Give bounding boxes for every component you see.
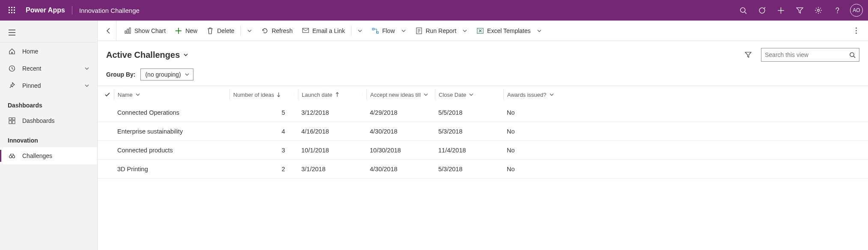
- svg-rect-7: [11, 12, 12, 13]
- cmd-new-label: New: [185, 27, 197, 34]
- chevron-down-icon: [462, 28, 467, 33]
- cmd-delete-dropdown[interactable]: [243, 21, 256, 41]
- cmd-flow-label: Flow: [382, 27, 395, 34]
- column-header-launch[interactable]: Launch date: [298, 89, 366, 100]
- column-header-close[interactable]: Close Date: [435, 89, 503, 100]
- svg-rect-2: [14, 7, 15, 8]
- cmd-email-link[interactable]: Email a Link: [298, 21, 349, 41]
- table-row[interactable]: Connected Operations53/12/20184/29/20185…: [98, 103, 868, 122]
- cell-awards: No: [503, 166, 572, 173]
- view-title-label: Active Challenges: [106, 50, 180, 60]
- chevron-down-icon: [247, 28, 252, 33]
- chevron-down-icon: [289, 92, 294, 97]
- column-header-accept[interactable]: Accept new ideas till: [366, 89, 435, 100]
- svg-line-43: [853, 56, 855, 58]
- search-icon: [740, 7, 747, 14]
- cmd-delete-label: Delete: [217, 27, 234, 34]
- flow-icon: [372, 27, 379, 34]
- binoculars-icon: [9, 152, 15, 159]
- cell-awards: No: [503, 128, 572, 135]
- settings-button[interactable]: [810, 0, 827, 21]
- nav-recent[interactable]: Recent: [0, 60, 97, 77]
- svg-rect-29: [127, 29, 128, 33]
- product-name[interactable]: Power Apps: [21, 6, 70, 14]
- cmd-email-dropdown[interactable]: [353, 21, 367, 41]
- table-row[interactable]: Enterprise sustainability44/16/20184/30/…: [98, 122, 868, 141]
- nav-challenges[interactable]: Challenges: [0, 147, 97, 164]
- column-header-name[interactable]: Name: [114, 89, 229, 100]
- separator: [351, 26, 351, 36]
- chevron-down-icon: [83, 66, 90, 71]
- svg-rect-8: [14, 12, 15, 13]
- cell-accept: 10/30/2018: [366, 147, 435, 154]
- app-launcher-button[interactable]: [3, 7, 21, 14]
- user-avatar[interactable]: AO: [850, 4, 863, 17]
- cell-launch: 3/12/2018: [298, 109, 366, 116]
- app-name[interactable]: Innovation Challenge: [74, 7, 145, 14]
- cmd-show-chart[interactable]: Show Chart: [120, 21, 170, 41]
- command-bar: Show Chart New Delete Refresh Email a Li…: [98, 21, 868, 41]
- svg-rect-4: [11, 9, 12, 11]
- view-selector[interactable]: Active Challenges: [106, 50, 188, 60]
- cmd-overflow-button[interactable]: [847, 27, 865, 34]
- target-icon: [758, 7, 766, 14]
- data-grid: Name Number of ideas Launch date Accept …: [98, 86, 868, 179]
- chevron-down-icon: [357, 28, 363, 33]
- nav-toggle-button[interactable]: [0, 22, 97, 43]
- waffle-icon: [9, 7, 15, 14]
- groupby-label: Group By:: [106, 71, 135, 78]
- dashboard-icon: [9, 117, 15, 124]
- search-view-input[interactable]: [765, 51, 846, 58]
- search-view-box[interactable]: [761, 48, 859, 62]
- cmd-refresh-label: Refresh: [272, 27, 293, 34]
- back-button[interactable]: [101, 21, 116, 41]
- groupby-select[interactable]: (no grouping): [140, 68, 193, 80]
- filter-button[interactable]: [740, 47, 756, 62]
- search-button[interactable]: [734, 0, 752, 21]
- cmd-delete[interactable]: Delete: [202, 21, 238, 41]
- svg-rect-24: [9, 121, 12, 124]
- nav-home[interactable]: Home: [0, 43, 97, 60]
- column-awards-label: Awards issued?: [507, 92, 547, 98]
- main-content: Show Chart New Delete Refresh Email a Li…: [98, 21, 868, 250]
- cmd-run-report[interactable]: Run Report: [411, 21, 472, 41]
- nav-dashboards[interactable]: Dashboards: [0, 112, 97, 129]
- home-icon: [9, 48, 15, 55]
- cmd-flow[interactable]: Flow: [368, 21, 410, 41]
- svg-marker-15: [797, 8, 803, 13]
- cmd-refresh[interactable]: Refresh: [257, 21, 297, 41]
- cell-name: 3D Printing: [114, 166, 229, 173]
- svg-rect-30: [129, 28, 131, 33]
- column-header-awards[interactable]: Awards issued?: [503, 89, 572, 100]
- svg-rect-33: [303, 28, 309, 33]
- svg-line-10: [744, 12, 746, 13]
- checkmark-icon: [104, 92, 110, 98]
- column-header-ideas[interactable]: Number of ideas: [229, 89, 298, 100]
- assist-button[interactable]: [753, 0, 770, 21]
- cmd-new[interactable]: New: [171, 21, 202, 41]
- groupby-row: Group By: (no grouping): [98, 66, 868, 86]
- sort-desc-icon: [276, 92, 281, 97]
- refresh-icon: [262, 27, 268, 34]
- svg-point-27: [12, 155, 15, 158]
- nav-pinned[interactable]: Pinned: [0, 77, 97, 94]
- grid-header-row: Name Number of ideas Launch date Accept …: [98, 86, 868, 103]
- add-button[interactable]: [772, 0, 789, 21]
- table-row[interactable]: 3D Printing23/1/20184/30/20185/3/2018No: [98, 160, 868, 179]
- table-row[interactable]: Connected products310/1/201810/30/201811…: [98, 141, 868, 160]
- more-vertical-icon: [856, 27, 857, 34]
- separator: [241, 26, 241, 36]
- nav-dashboards-label: Dashboards: [22, 117, 55, 124]
- pin-icon: [9, 82, 15, 89]
- select-all-checkbox[interactable]: [101, 92, 114, 98]
- chevron-down-icon: [469, 92, 474, 97]
- help-button[interactable]: [829, 0, 846, 21]
- svg-point-26: [9, 155, 12, 158]
- chevron-down-icon: [183, 52, 188, 57]
- chevron-down-icon: [401, 28, 406, 33]
- cmd-excel-templates[interactable]: Excel Templates: [473, 21, 546, 41]
- filter-button-header[interactable]: [791, 0, 808, 21]
- chevron-down-icon: [184, 72, 190, 77]
- cmd-show-chart-label: Show Chart: [134, 27, 166, 34]
- cell-accept: 4/30/2018: [366, 128, 435, 135]
